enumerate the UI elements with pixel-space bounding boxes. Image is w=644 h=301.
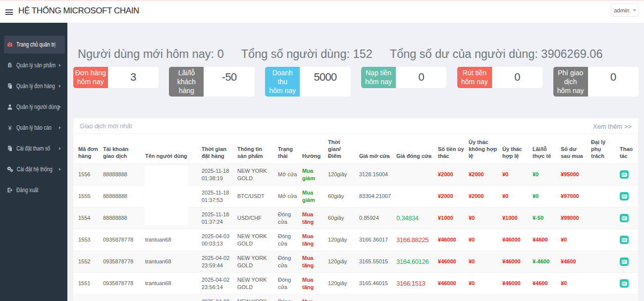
svg-text:¥: ¥ [8, 125, 12, 131]
svg-text:B: B [8, 62, 12, 68]
